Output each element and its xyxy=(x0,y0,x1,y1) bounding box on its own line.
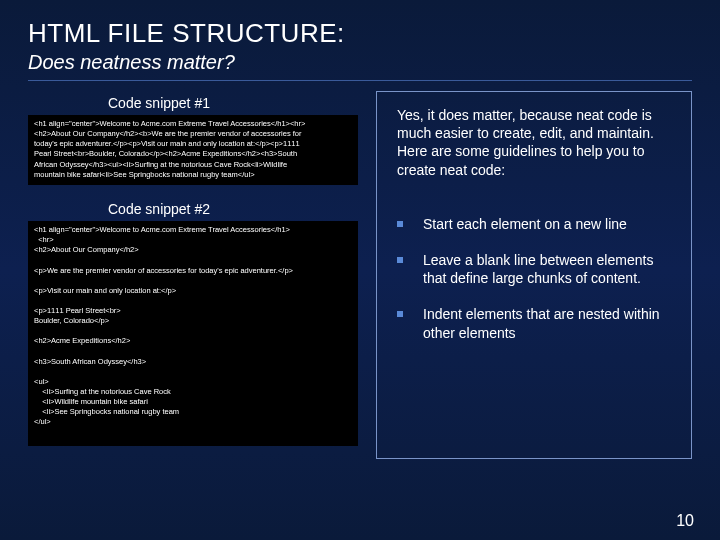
bullet-icon xyxy=(397,221,403,227)
left-column: Code snippet #1 <h1 align="center">Welco… xyxy=(28,91,358,459)
slide: HTML FILE STRUCTURE: Does neatness matte… xyxy=(0,0,720,459)
bullet-icon xyxy=(397,257,403,263)
bullet-text: Leave a blank line between elements that… xyxy=(423,251,675,287)
snippet2-label: Code snippet #2 xyxy=(108,201,358,217)
content-columns: Code snippet #1 <h1 align="center">Welco… xyxy=(28,91,692,459)
list-item: Leave a blank line between elements that… xyxy=(397,251,675,287)
bullet-text: Indent elements that are nested within o… xyxy=(423,305,675,341)
title-underline xyxy=(28,80,692,81)
slide-title: HTML FILE STRUCTURE: xyxy=(28,18,692,49)
right-column: Yes, it does matter, because neat code i… xyxy=(376,91,692,459)
guidelines-list: Start each element on a new line Leave a… xyxy=(397,215,675,342)
list-item: Start each element on a new line xyxy=(397,215,675,233)
list-item: Indent elements that are nested within o… xyxy=(397,305,675,341)
bullet-text: Start each element on a new line xyxy=(423,215,627,233)
slide-subtitle: Does neatness matter? xyxy=(28,51,692,74)
page-number: 10 xyxy=(676,512,694,530)
snippet1-label: Code snippet #1 xyxy=(108,95,358,111)
code-snippet-2: <h1 align="center">Welcome to Acme.com E… xyxy=(28,221,358,446)
explanation-box: Yes, it does matter, because neat code i… xyxy=(376,91,692,459)
bullet-icon xyxy=(397,311,403,317)
code-snippet-1: <h1 align="center">Welcome to Acme.com E… xyxy=(28,115,358,185)
intro-text: Yes, it does matter, because neat code i… xyxy=(397,106,675,179)
